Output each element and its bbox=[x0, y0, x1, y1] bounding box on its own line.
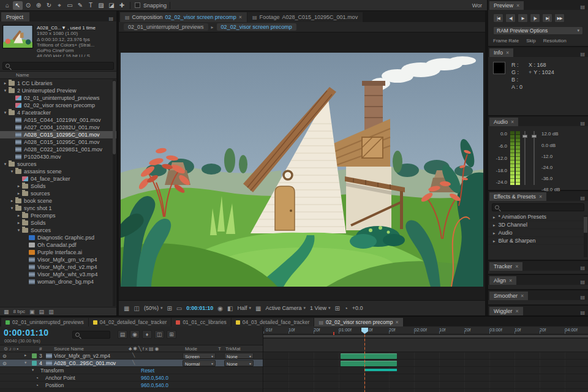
close-icon[interactable] bbox=[515, 263, 518, 270]
position-value[interactable]: 960.0,540.0 bbox=[141, 382, 168, 388]
breadcrumb-parent-comp[interactable]: 02_01_uninterrupted_previews bbox=[124, 23, 208, 31]
exposure-icon[interactable]: ◔ bbox=[344, 305, 348, 312]
project-item[interactable]: Purple Interface.ai bbox=[0, 249, 116, 256]
project-item[interactable]: ▾assasins scene bbox=[0, 168, 116, 175]
twirl-icon[interactable]: ▸ bbox=[9, 198, 15, 203]
puppet-pin-tool-icon[interactable]: ✚ bbox=[117, 1, 127, 10]
blend-mode-select[interactable]: Normal bbox=[183, 360, 216, 366]
project-item[interactable]: 02_01_uninterrupted_previews bbox=[0, 94, 116, 102]
slider-thumb[interactable] bbox=[522, 135, 527, 138]
layer-color-chip[interactable] bbox=[32, 353, 37, 358]
project-item[interactable]: 04_face_tracker bbox=[0, 175, 116, 183]
tab-smoother[interactable]: Smoother bbox=[489, 292, 528, 300]
twirl-icon[interactable]: ▾ bbox=[16, 228, 21, 233]
close-icon[interactable] bbox=[521, 293, 524, 299]
panel-menu-icon[interactable] bbox=[577, 279, 588, 285]
trkmat-select[interactable]: None bbox=[224, 360, 254, 366]
effects-category[interactable]: Blur & Sharpen bbox=[488, 237, 588, 245]
twirl-icon[interactable]: ▾ bbox=[2, 162, 8, 167]
tab-tracker[interactable]: Tracker bbox=[489, 262, 522, 271]
twirl-icon[interactable]: ▾ bbox=[2, 88, 8, 93]
roto-brush-tool-icon[interactable]: ◪ bbox=[107, 1, 116, 10]
blend-mode-select[interactable]: Screen bbox=[183, 353, 216, 359]
audio-slider-right[interactable] bbox=[533, 131, 535, 185]
delete-icon[interactable]: ▥ bbox=[48, 309, 54, 315]
panel-menu-icon[interactable] bbox=[577, 265, 588, 271]
project-item[interactable]: ▸1 CC Libraries bbox=[0, 80, 116, 87]
magnification-dropdown[interactable]: (50%) bbox=[144, 305, 163, 311]
twirl-icon[interactable]: ▾ bbox=[32, 368, 34, 372]
project-item[interactable]: ▸Precomps bbox=[0, 212, 116, 219]
panel-menu-icon[interactable] bbox=[577, 295, 588, 300]
safe-areas-icon[interactable]: ⊞ bbox=[167, 305, 172, 312]
play-button[interactable]: ▶ bbox=[518, 13, 528, 23]
project-item[interactable]: woman_drone_bg.mp4 bbox=[0, 278, 116, 285]
project-item[interactable]: A015_C044_10219W_001.mov bbox=[0, 116, 116, 124]
transform-group-row[interactable]: ▾ Transform Reset bbox=[0, 367, 263, 374]
tab-composition[interactable]: Composition 02_02_visor screen precomp bbox=[120, 12, 247, 22]
project-item[interactable]: Diagnostic Graphic.psd bbox=[0, 234, 116, 241]
project-item[interactable]: P1020430.mov bbox=[0, 153, 116, 160]
tab-audio[interactable]: Audio bbox=[489, 118, 518, 126]
pan-behind-tool-icon[interactable]: ⌖ bbox=[55, 1, 64, 10]
timeline-search-box[interactable] bbox=[72, 331, 110, 339]
tab-preview[interactable]: Preview bbox=[489, 1, 524, 10]
zoom-tool-icon[interactable]: ⊕ bbox=[34, 1, 43, 10]
project-search-input[interactable] bbox=[12, 63, 111, 69]
effects-search-box[interactable] bbox=[492, 203, 584, 211]
camera-dropdown[interactable]: Active Camera bbox=[265, 305, 306, 311]
layer-row[interactable]: ▸ 3 Visor_Mgfx_grn_v2.mp4 Screen None bbox=[0, 352, 263, 360]
brush-tool-icon[interactable]: ▨ bbox=[96, 1, 106, 10]
effects-scrollbar[interactable] bbox=[584, 216, 587, 257]
anchor-point-value[interactable]: 960.0,540.0 bbox=[141, 375, 168, 381]
mini-flowchart-icon[interactable]: ▤ bbox=[118, 330, 127, 339]
project-item[interactable]: A028_C015_10295C_001.mov bbox=[0, 138, 116, 146]
timeline-tab[interactable]: 02_01_uninterrupted_previews bbox=[1, 318, 88, 326]
project-item[interactable]: ▾sources bbox=[0, 160, 116, 168]
workspace-label[interactable]: Wor bbox=[472, 2, 484, 9]
close-icon[interactable] bbox=[516, 308, 519, 314]
draft-3d-icon[interactable]: ◉ bbox=[130, 330, 140, 339]
project-item[interactable]: A028_C022_10298S1_001.mov bbox=[0, 146, 116, 153]
bit-depth-label[interactable]: 8 bpc bbox=[13, 309, 26, 314]
pen-tool-icon[interactable]: ✎ bbox=[75, 1, 85, 10]
panel-menu-icon[interactable] bbox=[105, 16, 116, 21]
twirl-icon[interactable]: ▸ bbox=[16, 221, 21, 225]
timeline-tab[interactable]: 04_03_detailed_face_tracker bbox=[232, 318, 314, 326]
next-frame-button[interactable]: |▶ bbox=[530, 13, 540, 23]
tab-info[interactable]: Info bbox=[489, 48, 513, 57]
snapping-checkbox[interactable] bbox=[135, 2, 140, 8]
stopwatch-icon[interactable] bbox=[36, 375, 39, 381]
project-item[interactable]: ▸Solids bbox=[0, 183, 116, 190]
tab-align[interactable]: Align bbox=[489, 276, 516, 285]
view-layout-dropdown[interactable]: 1 View bbox=[310, 305, 330, 311]
project-item[interactable]: ▾4 Facetracker bbox=[0, 109, 116, 116]
twirl-icon[interactable]: ▾ bbox=[24, 360, 26, 365]
project-item[interactable]: ▾Sources bbox=[0, 227, 116, 234]
panel-menu-icon[interactable] bbox=[577, 51, 588, 57]
frame-blend-icon[interactable]: ◫ bbox=[154, 330, 164, 339]
new-folder-icon[interactable]: ▣ bbox=[29, 309, 35, 315]
twirl-icon[interactable] bbox=[493, 230, 496, 236]
previous-frame-button[interactable]: ◀| bbox=[505, 13, 516, 23]
layer-duration-bar[interactable] bbox=[341, 361, 397, 366]
scrollbar-thumb[interactable] bbox=[113, 81, 116, 154]
layer-source-name[interactable]: A028_C0...29SC_001.mov bbox=[54, 360, 116, 366]
ram-preview-options-dropdown[interactable]: RAM Preview Options bbox=[493, 26, 583, 35]
panel-menu-icon[interactable] bbox=[577, 121, 588, 126]
twirl-icon[interactable]: ▸ bbox=[2, 81, 8, 86]
grid-options-icon[interactable]: ▦ bbox=[124, 305, 129, 312]
layer-track-lanes[interactable] bbox=[263, 352, 588, 392]
tab-project[interactable]: Project bbox=[1, 12, 29, 21]
twirl-icon[interactable] bbox=[493, 214, 496, 220]
project-column-header[interactable]: Name bbox=[0, 71, 116, 79]
exposure-value[interactable]: +0.0 bbox=[352, 305, 363, 311]
project-item[interactable]: ▾sync shot 1 bbox=[0, 205, 116, 212]
eye-icon[interactable] bbox=[2, 353, 7, 359]
project-item[interactable]: ▸book scene bbox=[0, 197, 116, 205]
effects-category[interactable]: Audio bbox=[488, 229, 588, 237]
close-icon[interactable] bbox=[506, 50, 509, 56]
mask-shape-tool-icon[interactable]: ▭ bbox=[65, 1, 75, 10]
tab-footage[interactable]: Footage A028_C015_10295C_001.mov bbox=[247, 12, 363, 22]
work-area-bar[interactable] bbox=[263, 335, 588, 338]
